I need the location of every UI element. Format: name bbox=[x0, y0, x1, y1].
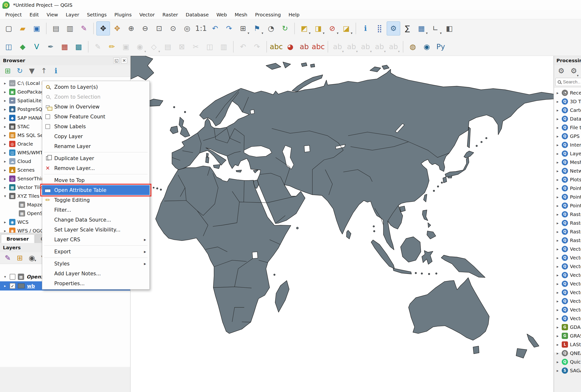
expander-icon[interactable]: ▸ bbox=[556, 299, 560, 304]
context-menu-item-move-to-top[interactable]: Move to Top bbox=[42, 175, 150, 185]
manage-map-themes-button[interactable]: ◉ bbox=[27, 253, 37, 263]
menu-raster[interactable]: Raster bbox=[159, 10, 182, 19]
expander-icon[interactable]: ▸ bbox=[3, 220, 7, 224]
processing-group-raster-tools[interactable]: ▸QRaster tools bbox=[554, 236, 581, 245]
processing-models-button[interactable]: ⚙ bbox=[568, 64, 579, 78]
paste-features-button[interactable]: ▥ bbox=[217, 40, 230, 54]
expander-icon[interactable]: ▾ bbox=[3, 194, 7, 198]
pin-labels-button[interactable]: ab bbox=[331, 40, 344, 54]
menu-plugins[interactable]: Plugins bbox=[110, 10, 136, 19]
context-menu-item-remove-layer[interactable]: ✕Remove Layer... bbox=[42, 163, 150, 173]
select-features-button[interactable]: ◩ bbox=[298, 22, 311, 36]
context-menu-item-change-data-source[interactable]: Change Data Source... bbox=[42, 215, 150, 225]
zoom-full-button[interactable]: ⊡ bbox=[152, 22, 166, 36]
processing-group-vector-selection[interactable]: ▸QVector selection bbox=[554, 297, 581, 306]
expander-icon[interactable]: ▸ bbox=[556, 334, 560, 338]
expander-icon[interactable]: ▾ bbox=[3, 274, 7, 279]
new-geopackage-layer-button[interactable]: ◆ bbox=[16, 40, 30, 54]
map-canvas[interactable] bbox=[131, 56, 554, 392]
context-menu-item-open-attribute-table[interactable]: Open Attribute Table bbox=[42, 185, 150, 195]
processing-group-raster-terrain-analysis[interactable]: ▸QRaster terrain analysis bbox=[554, 227, 581, 236]
move-label-button[interactable]: ab bbox=[359, 40, 372, 54]
add-selected-layers-button[interactable]: ⊞ bbox=[3, 66, 12, 76]
new-print-layout-button[interactable]: ▤ bbox=[49, 22, 63, 36]
bookmarks-button[interactable]: ⚑ bbox=[250, 22, 264, 36]
open-attribute-table-button[interactable]: ▦ bbox=[415, 22, 428, 36]
tab-browser[interactable]: Browser bbox=[1, 234, 34, 243]
menu-help[interactable]: Help bbox=[285, 10, 304, 19]
context-menu-item-show-feature-count[interactable]: Show Feature Count bbox=[42, 112, 150, 122]
measure-button[interactable]: ∟ bbox=[429, 22, 442, 36]
menu-mesh[interactable]: Mesh bbox=[231, 10, 251, 19]
expander-icon[interactable]: ▸ bbox=[556, 143, 560, 147]
expander-icon[interactable]: ▸ bbox=[556, 368, 560, 373]
float-panel-icon[interactable]: ◱ bbox=[113, 58, 120, 64]
processing-group-point-cloud-extraction[interactable]: ▸QPoint Cloud Extraction bbox=[554, 201, 581, 210]
processing-group-vector-general[interactable]: ▸QVector general bbox=[554, 271, 581, 280]
expander-icon[interactable]: ▸ bbox=[556, 247, 560, 252]
expander-icon[interactable]: ▸ bbox=[556, 230, 560, 234]
identify-features-button[interactable]: ℹ bbox=[359, 22, 372, 36]
expander-icon[interactable]: ▸ bbox=[556, 360, 560, 364]
context-menu-item-toggle-editing[interactable]: ✏Toggle Editing bbox=[42, 195, 150, 205]
processing-group-3d-tiles[interactable]: ▸Q3D Tiles bbox=[554, 97, 581, 106]
expander-icon[interactable]: ▸ bbox=[556, 178, 560, 182]
save-layer-edits-button[interactable]: ▣ bbox=[119, 40, 132, 54]
processing-group-mesh[interactable]: ▸QMesh bbox=[554, 158, 581, 166]
zoom-to-layer-button[interactable]: ◎ bbox=[180, 22, 194, 36]
vertex-tool-button[interactable]: ◇ bbox=[147, 40, 160, 54]
layer-visibility-checkbox[interactable] bbox=[10, 274, 16, 280]
processing-group-lastools[interactable]: ▸LLAStools bbox=[554, 340, 581, 349]
new-map-view-button[interactable]: ⊞ bbox=[236, 22, 250, 36]
expander-icon[interactable]: ▸ bbox=[556, 186, 560, 191]
zoom-last-button[interactable]: ↶ bbox=[208, 22, 222, 36]
processing-group-qneat3[interactable]: ▸QQNEAT3 bbox=[554, 349, 581, 358]
menu-view[interactable]: View bbox=[43, 10, 62, 19]
cut-features-button[interactable]: ✂ bbox=[189, 40, 202, 54]
expander-icon[interactable]: ▸ bbox=[556, 282, 560, 286]
processing-group-vector-table[interactable]: ▸QVector table bbox=[554, 306, 581, 314]
processing-group-interpolation[interactable]: ▸QInterpolation bbox=[554, 140, 581, 149]
expander-icon[interactable]: ▸ bbox=[3, 107, 7, 112]
processing-toolbox-button[interactable]: ⚙ bbox=[387, 22, 400, 36]
toggle-editing-button[interactable]: ✏ bbox=[105, 40, 118, 54]
new-virtual-layer-button[interactable]: ▦ bbox=[58, 40, 71, 54]
layer-diagram-button[interactable]: ◕ bbox=[284, 40, 297, 54]
expander-icon[interactable]: ▸ bbox=[556, 290, 560, 295]
expander-icon[interactable]: ▸ bbox=[556, 212, 560, 217]
menu-project[interactable]: Project bbox=[2, 10, 26, 19]
expander-icon[interactable]: ▸ bbox=[556, 125, 560, 130]
expander-icon[interactable]: ▸ bbox=[556, 325, 560, 330]
expander-icon[interactable]: ▸ bbox=[3, 90, 7, 94]
new-spatialite-layer-button[interactable]: ✒ bbox=[44, 40, 58, 54]
processing-group-gdal[interactable]: ▸GGDAL bbox=[554, 323, 581, 332]
new-mesh-layer-button[interactable]: ▩ bbox=[72, 40, 85, 54]
processing-group-database[interactable]: ▸QDatabase bbox=[554, 114, 581, 123]
zoom-next-button[interactable]: ↷ bbox=[222, 22, 236, 36]
data-source-manager-button[interactable]: ◫ bbox=[2, 40, 16, 54]
processing-group-cartography[interactable]: ▸QCartography bbox=[554, 106, 581, 114]
expander-icon[interactable]: ▸ bbox=[3, 176, 7, 181]
processing-group-vector-creation[interactable]: ▸QVector creation bbox=[554, 262, 581, 271]
map-tips-button[interactable]: ◧ bbox=[442, 22, 456, 36]
open-layer-styling-button[interactable]: ✎ bbox=[3, 253, 12, 263]
labeling-rules-button[interactable]: abc bbox=[312, 40, 325, 54]
expander-icon[interactable]: ▸ bbox=[3, 228, 7, 233]
menu-layer[interactable]: Layer bbox=[62, 10, 83, 19]
labeling-single-button[interactable]: ab bbox=[298, 40, 311, 54]
context-menu-item-zoom-to-layer-s[interactable]: Zoom to Layer(s) bbox=[42, 82, 150, 92]
menu-vector[interactable]: Vector bbox=[136, 10, 159, 19]
metasearch-button[interactable]: ◉ bbox=[420, 40, 434, 54]
context-menu-item-export[interactable]: Export▸ bbox=[42, 247, 150, 256]
db-manager-button[interactable]: ◍ bbox=[406, 40, 420, 54]
processing-group-recently-used[interactable]: ▸◔Recently used bbox=[554, 88, 581, 97]
processing-group-vector-analysis[interactable]: ▸QVector analysis bbox=[554, 245, 581, 254]
expander-icon[interactable]: ▸ bbox=[3, 116, 7, 120]
context-menu-item-filter[interactable]: Filter... bbox=[42, 205, 150, 215]
pan-map-button[interactable]: ✥ bbox=[96, 22, 110, 36]
processing-group-quickosm[interactable]: ▸QQuickOSM bbox=[554, 358, 581, 366]
processing-group-file-tools[interactable]: ▸QFile tools bbox=[554, 123, 581, 132]
processing-group-gps[interactable]: ▸QGPS bbox=[554, 132, 581, 140]
open-project-button[interactable]: ▰ bbox=[16, 22, 30, 36]
deselect-all-button[interactable]: ⊘ bbox=[326, 22, 339, 36]
